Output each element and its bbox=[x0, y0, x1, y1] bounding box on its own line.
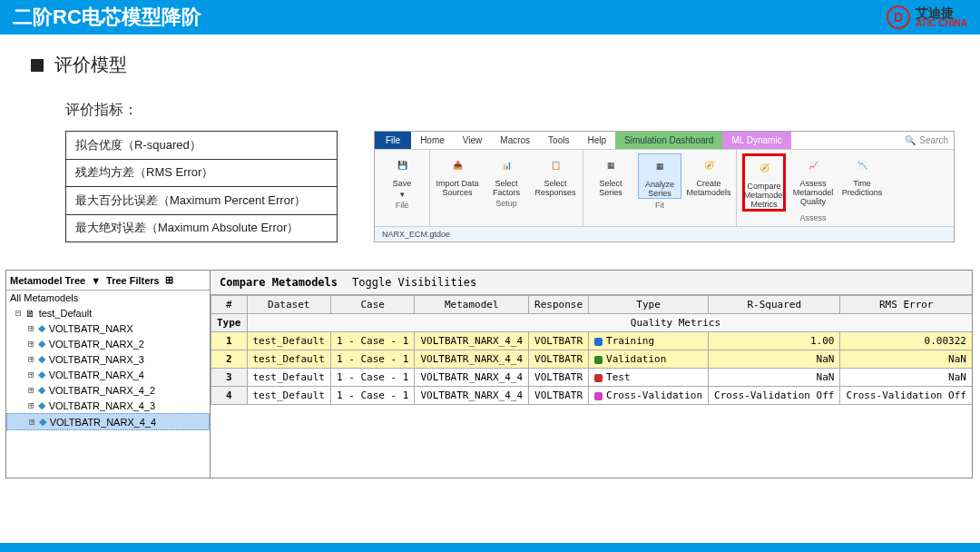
tree-item[interactable]: ⊞◆VOLTBATR_NARX_3 bbox=[6, 351, 210, 367]
expand-icon[interactable]: ⊞ bbox=[28, 399, 34, 411]
group-setup-label: Setup bbox=[436, 199, 577, 208]
table-row[interactable]: 4test_Default1 - Case - 1VOLTBATR_NARX_4… bbox=[211, 387, 973, 405]
logo: D 艾迪捷 ATIC CHINA bbox=[887, 5, 967, 29]
expand-icon[interactable]: ⊞ bbox=[165, 274, 173, 286]
tab-home[interactable]: Home bbox=[411, 132, 454, 149]
metric-row: 最大绝对误差（Maximum Absolute Error） bbox=[66, 214, 338, 242]
metamodel-icon: ◆ bbox=[39, 416, 46, 428]
metamodel-icon: ◆ bbox=[38, 369, 45, 380]
search-icon: 🔍 bbox=[905, 135, 916, 145]
save-button[interactable]: 💾Save▾ bbox=[380, 153, 424, 199]
compare-title: Compare Metamodels bbox=[220, 276, 338, 289]
page-title: 二阶RC电芯模型降阶 bbox=[13, 4, 201, 31]
filepath-bar: NARX_ECM.gtdoe bbox=[375, 226, 954, 242]
import-icon: 📥 bbox=[445, 153, 470, 177]
tree-item[interactable]: ⊞◆VOLTBATR_NARX_2 bbox=[6, 336, 210, 351]
col-header[interactable]: Type bbox=[589, 296, 709, 314]
ribbon-toolbar: File Home View Macros Tools Help Simulat… bbox=[374, 131, 955, 242]
create-metamodels-button[interactable]: 🧭Create Metamodels bbox=[687, 153, 730, 197]
tree-filters-label: Tree Filters bbox=[106, 275, 160, 286]
tree-item[interactable]: ⊞◆VOLTBATR_NARX_4 bbox=[6, 367, 210, 382]
expand-icon[interactable]: ⊞ bbox=[28, 322, 34, 334]
metrics-table: 拟合优度（R-squared） 残差均方差（RMS Error） 最大百分比误差… bbox=[65, 131, 338, 242]
tree-title: Metamodel Tree bbox=[10, 275, 85, 286]
tab-view[interactable]: View bbox=[454, 132, 492, 149]
expand-icon[interactable]: ⊞ bbox=[28, 353, 34, 365]
col-header[interactable]: Dataset bbox=[247, 296, 330, 314]
group-assess-label: Assess bbox=[742, 213, 884, 222]
import-datasources-button[interactable]: 📥Import Data Sources bbox=[436, 153, 479, 197]
select-factors-button[interactable]: 📊Select Factors bbox=[485, 153, 528, 197]
col-header[interactable]: Response bbox=[529, 296, 589, 314]
metamodel-icon: ◆ bbox=[38, 399, 45, 411]
save-icon: 💾 bbox=[389, 153, 415, 177]
metamodel-icon: ◆ bbox=[38, 353, 45, 365]
tree-case[interactable]: ⊟🗎test_Default bbox=[6, 305, 210, 320]
expand-icon[interactable]: ⊞ bbox=[28, 369, 34, 380]
collapse-icon[interactable]: ⊟ bbox=[15, 307, 22, 319]
tree-item[interactable]: ⊞◆VOLTBATR_NARX_4_4 bbox=[6, 413, 210, 430]
tab-tools[interactable]: Tools bbox=[539, 132, 578, 149]
group-fit-label: Fit bbox=[589, 201, 730, 210]
metric-row: 拟合优度（R-squared） bbox=[66, 132, 338, 160]
compare-metamodel-metrics-button[interactable]: 🧭Compare Metamodel Metrics bbox=[742, 153, 786, 212]
logo-mark-icon: D bbox=[887, 5, 910, 29]
assess-metamodel-quality-button[interactable]: 📈Assess Metamodel Quality bbox=[791, 153, 835, 206]
metamodel-icon: ◆ bbox=[38, 338, 45, 350]
series-icon: ▦ bbox=[598, 153, 623, 177]
table-row[interactable]: 1test_Default1 - Case - 1VOLTBATR_NARX_4… bbox=[211, 332, 973, 350]
analyze-series-button[interactable]: ▦Analyze Series bbox=[638, 153, 681, 199]
section-heading: 评价模型 bbox=[31, 53, 980, 77]
subheading: 评价指标： bbox=[65, 101, 980, 120]
quality-metrics-label: Quality Metrics bbox=[247, 314, 972, 332]
time-predictions-button[interactable]: 📉Time Predictions bbox=[840, 153, 884, 197]
responses-icon: 📋 bbox=[543, 153, 568, 177]
search-box[interactable]: 🔍Search bbox=[899, 133, 954, 148]
expand-icon[interactable]: ⊞ bbox=[28, 384, 34, 396]
logo-en: ATIC CHINA bbox=[916, 19, 967, 28]
tree-root[interactable]: All Metamodels bbox=[6, 291, 210, 305]
tab-macros[interactable]: Macros bbox=[491, 132, 539, 149]
tree-item[interactable]: ⊞◆VOLTBATR_NARX_4_3 bbox=[6, 398, 210, 413]
logo-cn: 艾迪捷 bbox=[916, 6, 967, 19]
tab-ml-dynamic[interactable]: ML Dynamic bbox=[722, 132, 790, 149]
metamodel-icon: ◆ bbox=[38, 384, 45, 396]
quality-icon: 📈 bbox=[800, 153, 826, 177]
filter-icon[interactable]: ▼ bbox=[91, 275, 101, 286]
compare-panel: Metamodel Tree ▼ Tree Filters ⊞ All Meta… bbox=[5, 270, 973, 478]
metric-row: 最大百分比误差（Maximum Percent Error） bbox=[66, 187, 338, 215]
expand-icon[interactable]: ⊞ bbox=[28, 338, 34, 350]
table-row[interactable]: 3test_Default1 - Case - 1VOLTBATR_NARX_4… bbox=[211, 369, 973, 387]
col-header[interactable]: R-Squared bbox=[709, 296, 840, 314]
metamodel-icon: ◆ bbox=[38, 322, 45, 334]
toggle-visibilities-button[interactable]: Toggle Visibilities bbox=[352, 276, 476, 289]
gauge-icon: 🧭 bbox=[696, 153, 721, 177]
col-header[interactable]: Metamodel bbox=[415, 296, 529, 314]
col-header[interactable]: Case bbox=[330, 296, 414, 314]
compare-table: #DatasetCaseMetamodelResponseTypeR-Squar… bbox=[211, 295, 972, 405]
tree-item[interactable]: ⊞◆VOLTBATR_NARX_4_2 bbox=[6, 382, 210, 398]
table-row[interactable]: 2test_Default1 - Case - 1VOLTBATR_NARX_4… bbox=[211, 350, 973, 369]
tab-simulation-dashboard[interactable]: Simulation Dashboard bbox=[615, 132, 722, 149]
title-bar: 二阶RC电芯模型降阶 D 艾迪捷 ATIC CHINA bbox=[0, 0, 980, 34]
analyze-icon: ▦ bbox=[647, 154, 672, 178]
select-responses-button[interactable]: 📋Select Responses bbox=[534, 153, 577, 197]
type-label: Type bbox=[211, 314, 248, 332]
file-tab[interactable]: File bbox=[375, 132, 411, 149]
bullet-icon bbox=[31, 59, 44, 72]
factors-icon: 📊 bbox=[494, 153, 519, 177]
footer-bar bbox=[0, 543, 980, 552]
col-header[interactable]: RMS Error bbox=[840, 296, 972, 314]
tree-item[interactable]: ⊞◆VOLTBATR_NARX bbox=[6, 320, 210, 336]
metamodel-tree: Metamodel Tree ▼ Tree Filters ⊞ All Meta… bbox=[6, 271, 211, 478]
group-file-label: File bbox=[380, 201, 424, 210]
compare-icon: 🧭 bbox=[751, 156, 777, 180]
select-series-button[interactable]: ▦Select Series bbox=[589, 153, 632, 197]
metric-row: 残差均方差（RMS Error） bbox=[66, 159, 338, 187]
col-header[interactable]: # bbox=[211, 296, 248, 314]
tab-help[interactable]: Help bbox=[578, 132, 615, 149]
expand-icon[interactable]: ⊞ bbox=[29, 416, 35, 428]
time-icon: 📉 bbox=[849, 153, 875, 177]
